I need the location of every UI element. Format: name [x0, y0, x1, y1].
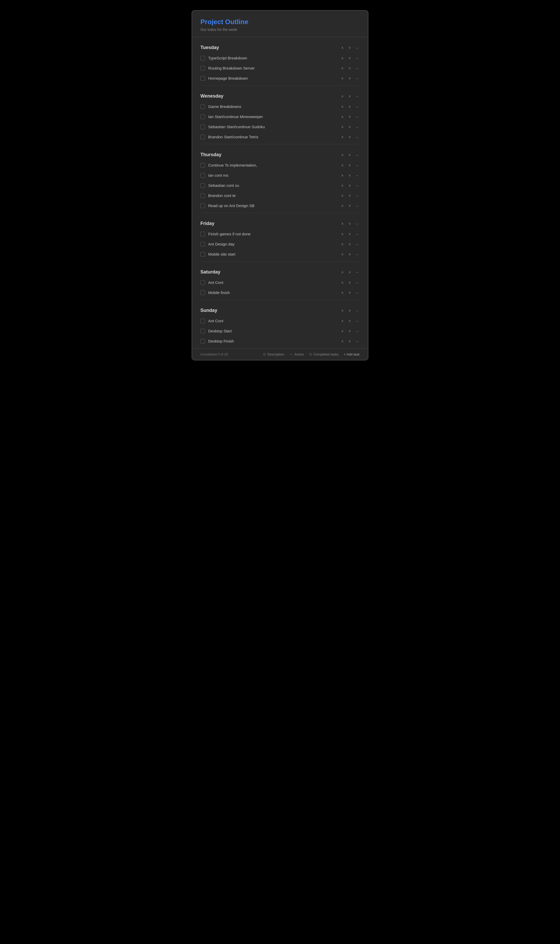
section-minus-btn-thursday[interactable]	[355, 152, 360, 157]
task-up-arrow-su3[interactable]	[340, 339, 345, 344]
task-down-arrow-su2[interactable]	[348, 329, 352, 333]
section-up-arrow-sunday[interactable]	[340, 308, 345, 313]
task-minus-btn-sa2[interactable]	[355, 290, 360, 295]
task-checkbox-w1[interactable]	[200, 104, 205, 109]
section-down-arrow-wenesday[interactable]	[348, 94, 352, 99]
task-minus-btn-w4[interactable]	[355, 134, 360, 139]
section-minus-btn-wenesday[interactable]	[355, 94, 360, 99]
section-minus-btn-friday[interactable]	[355, 221, 360, 226]
task-up-arrow-th1[interactable]	[340, 163, 345, 168]
task-up-arrow-t1[interactable]	[340, 56, 345, 60]
task-checkbox-th4[interactable]	[200, 193, 205, 198]
task-down-arrow-t3[interactable]	[348, 76, 352, 81]
task-up-arrow-t2[interactable]	[340, 66, 345, 71]
task-minus-btn-w2[interactable]	[355, 114, 360, 119]
task-minus-btn-f3[interactable]	[355, 252, 360, 257]
task-checkbox-w4[interactable]	[200, 135, 205, 139]
section-down-arrow-friday[interactable]	[348, 221, 352, 226]
task-checkbox-w2[interactable]	[200, 114, 205, 119]
task-down-arrow-w1[interactable]	[348, 104, 352, 109]
task-up-arrow-sa2[interactable]	[340, 290, 345, 295]
task-down-arrow-t1[interactable]	[348, 56, 352, 60]
task-minus-btn-f1[interactable]	[355, 231, 360, 236]
task-checkbox-th3[interactable]	[200, 183, 205, 188]
task-down-arrow-t2[interactable]	[348, 66, 352, 71]
task-down-arrow-w3[interactable]	[348, 124, 352, 129]
task-checkbox-w3[interactable]	[200, 125, 205, 129]
task-checkbox-th1[interactable]	[200, 163, 205, 168]
task-down-arrow-f3[interactable]	[348, 252, 352, 257]
task-minus-btn-su3[interactable]	[355, 339, 360, 344]
task-minus-btn-sa1[interactable]	[355, 280, 360, 285]
section-minus-btn-saturday[interactable]	[355, 270, 360, 275]
task-up-arrow-su2[interactable]	[340, 329, 345, 333]
task-checkbox-f1[interactable]	[200, 232, 205, 236]
task-down-arrow-f1[interactable]	[348, 231, 352, 236]
task-down-arrow-th4[interactable]	[348, 193, 352, 198]
task-checkbox-sa1[interactable]	[200, 280, 205, 285]
description-action[interactable]: ⊙ Description	[263, 352, 284, 356]
section-up-arrow-saturday[interactable]	[340, 270, 345, 275]
completed-tasks-action[interactable]: ⊙ Completed tasks	[309, 352, 338, 356]
task-minus-btn-su2[interactable]	[355, 329, 360, 333]
task-up-arrow-t3[interactable]	[340, 76, 345, 81]
task-minus-btn-w1[interactable]	[355, 104, 360, 109]
task-up-arrow-f2[interactable]	[340, 242, 345, 247]
task-checkbox-t1[interactable]	[200, 56, 205, 60]
task-checkbox-su2[interactable]	[200, 329, 205, 333]
task-up-arrow-w2[interactable]	[340, 114, 345, 119]
section-down-arrow-thursday[interactable]	[348, 152, 352, 157]
task-down-arrow-su3[interactable]	[348, 339, 352, 344]
task-down-arrow-w4[interactable]	[348, 134, 352, 139]
task-down-arrow-th1[interactable]	[348, 163, 352, 168]
task-up-arrow-th4[interactable]	[340, 193, 345, 198]
task-up-arrow-sa1[interactable]	[340, 280, 345, 285]
section-up-arrow-tuesday[interactable]	[340, 45, 345, 50]
task-checkbox-t2[interactable]	[200, 66, 205, 71]
section-minus-btn-tuesday[interactable]	[355, 45, 360, 50]
task-up-arrow-w3[interactable]	[340, 124, 345, 129]
task-up-arrow-th5[interactable]	[340, 203, 345, 208]
task-checkbox-th2[interactable]	[200, 173, 205, 178]
task-down-arrow-th3[interactable]	[348, 183, 352, 188]
task-up-arrow-th3[interactable]	[340, 183, 345, 188]
task-up-arrow-th2[interactable]	[340, 173, 345, 178]
task-up-arrow-w4[interactable]	[340, 134, 345, 139]
task-minus-btn-f2[interactable]	[355, 242, 360, 247]
task-checkbox-su3[interactable]	[200, 339, 205, 344]
task-minus-btn-th2[interactable]	[355, 173, 360, 178]
task-down-arrow-w2[interactable]	[348, 114, 352, 119]
section-up-arrow-wenesday[interactable]	[340, 94, 345, 99]
section-minus-btn-sunday[interactable]	[355, 308, 360, 313]
section-down-arrow-tuesday[interactable]	[348, 45, 352, 50]
task-checkbox-sa2[interactable]	[200, 290, 205, 295]
task-checkbox-f2[interactable]	[200, 242, 205, 247]
task-minus-btn-su1[interactable]	[355, 318, 360, 323]
task-minus-btn-th3[interactable]	[355, 183, 360, 188]
task-down-arrow-sa2[interactable]	[348, 290, 352, 295]
task-down-arrow-su1[interactable]	[348, 318, 352, 323]
task-down-arrow-th5[interactable]	[348, 203, 352, 208]
task-checkbox-f3[interactable]	[200, 252, 205, 257]
task-minus-btn-t1[interactable]	[355, 56, 360, 60]
task-minus-btn-th5[interactable]	[355, 203, 360, 208]
task-checkbox-su1[interactable]	[200, 319, 205, 323]
section-up-arrow-friday[interactable]	[340, 221, 345, 226]
task-checkbox-t3[interactable]	[200, 76, 205, 81]
add-task-button[interactable]: + Add task	[344, 352, 360, 356]
task-minus-btn-th4[interactable]	[355, 193, 360, 198]
task-minus-btn-t3[interactable]	[355, 76, 360, 81]
task-up-arrow-f3[interactable]	[340, 252, 345, 257]
section-down-arrow-sunday[interactable]	[348, 308, 352, 313]
task-down-arrow-th2[interactable]	[348, 173, 352, 178]
section-up-arrow-thursday[interactable]	[340, 152, 345, 157]
task-minus-btn-w3[interactable]	[355, 124, 360, 129]
task-minus-btn-th1[interactable]	[355, 163, 360, 168]
actors-action[interactable]: ↔ Actors	[289, 352, 304, 356]
task-minus-btn-t2[interactable]	[355, 66, 360, 71]
task-checkbox-th5[interactable]	[200, 204, 205, 208]
section-down-arrow-saturday[interactable]	[348, 270, 352, 275]
task-up-arrow-su1[interactable]	[340, 318, 345, 323]
task-up-arrow-w1[interactable]	[340, 104, 345, 109]
task-up-arrow-f1[interactable]	[340, 231, 345, 236]
